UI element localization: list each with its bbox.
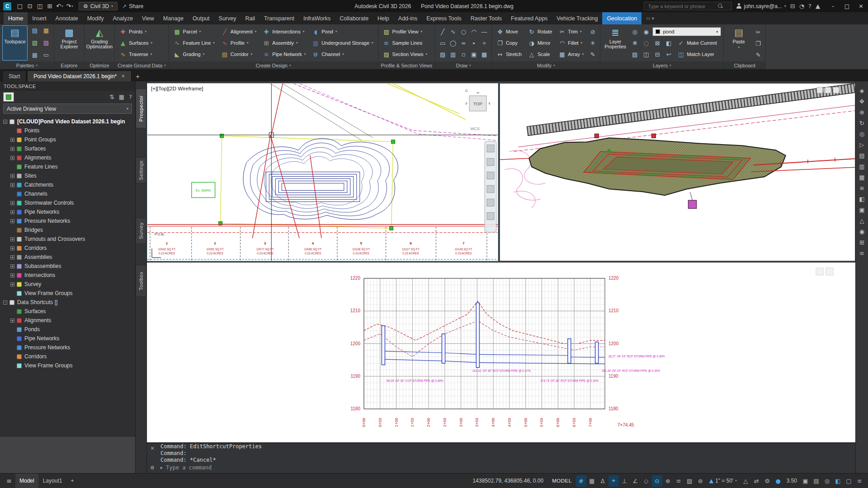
plan-viewport[interactable]: [+][Top][2D Wireframe]	[147, 83, 498, 261]
floating-toolbar[interactable]	[485, 141, 496, 232]
tree-toggle[interactable]: +	[10, 210, 14, 214]
layer-properties-button[interactable]: ≣Layer Properties	[603, 25, 628, 61]
explode-icon[interactable]: ✳	[588, 38, 598, 48]
content-browser-icon[interactable]: ▨	[41, 37, 52, 48]
toolspace-tab-toolbox[interactable]: Toolbox	[136, 265, 146, 297]
object-snap-toggle[interactable]: ⊙	[652, 475, 662, 487]
layer-lock-icon[interactable]: ⊠	[652, 38, 662, 48]
application-menu-button[interactable]: C	[0, 0, 14, 12]
road-and-parcels[interactable]: 110042 SQ FT0.23 ACRES210052 SQ FT0.23 A…	[147, 225, 498, 261]
ellipse-icon[interactable]: ◯	[448, 38, 458, 48]
tool-palettes-icon[interactable]: ▦	[41, 25, 52, 36]
pipe-network-button[interactable]: ≋Pipe Network▾	[260, 49, 308, 60]
open-icon[interactable]: ⊡	[25, 1, 34, 11]
grading-optimization-button[interactable]: ◭Grading Optimization	[87, 25, 112, 61]
point-icon[interactable]: ∙	[469, 38, 479, 48]
scale-button[interactable]: △Scale	[526, 49, 554, 60]
ribbon-tab-infraworks[interactable]: InfraWorks	[299, 12, 335, 24]
autoscale-toggle[interactable]: ⇄	[751, 475, 762, 487]
zoom-extents-icon[interactable]: ⊕	[857, 108, 867, 117]
pond-button[interactable]: ◖Pond▾	[310, 26, 375, 37]
app-store-icon[interactable]: ▲	[816, 3, 820, 9]
viewcube[interactable]: ⌂ TOP WCS	[465, 88, 490, 131]
tree-item-intersections[interactable]: +Intersections	[0, 271, 135, 280]
isodraft-toggle[interactable]: ◇	[641, 475, 651, 487]
tree-item-view-frame-groups[interactable]: View Frame Groups	[0, 289, 135, 298]
showmotion-icon[interactable]: ▷	[857, 140, 867, 150]
command-line-palette-icon[interactable]: ▭	[41, 49, 52, 60]
search-input[interactable]	[647, 3, 715, 9]
command-line-window[interactable]: ✕ ⚙ Command: EditShortcutPropertiesComma…	[147, 442, 855, 473]
pond-contours[interactable]	[243, 138, 398, 220]
channel-button[interactable]: ⋓Channel▾	[310, 49, 375, 60]
tree-item-corridors[interactable]: Corridors	[0, 352, 135, 361]
application-status-menu-icon[interactable]: ≡	[3, 477, 15, 484]
tree-item-catchments[interactable]: +Catchments	[0, 180, 135, 189]
model-space-button[interactable]: MODEL	[548, 478, 575, 483]
assembly-button[interactable]: ⊞Assembly▾	[260, 38, 308, 48]
orbit-icon[interactable]: ↻	[857, 118, 867, 128]
selection-cycling-toggle[interactable]: ⊚	[695, 475, 706, 487]
storm-structure[interactable]	[442, 334, 445, 363]
tree-item-data-shortcuts[interactable]: -Data Shortcuts []	[0, 298, 135, 307]
outlet-structure-marker[interactable]	[689, 200, 697, 208]
viewport-control-ghost[interactable]	[816, 268, 823, 275]
viewport-control-ghost[interactable]	[826, 268, 833, 275]
tree-toggle[interactable]: +	[10, 255, 14, 259]
gradient-icon[interactable]: ▥	[448, 49, 458, 60]
layer-off-icon[interactable]: ◌	[641, 38, 651, 48]
panel-label-optimize[interactable]: Optimize	[85, 61, 114, 69]
notifications-icon[interactable]: ◔	[799, 3, 804, 9]
panel-label-explore[interactable]: Explore	[54, 61, 84, 69]
tree-toggle[interactable]: +	[10, 156, 14, 160]
grip-handle[interactable]	[392, 140, 395, 144]
tree-item-surfaces[interactable]: Surfaces	[0, 307, 135, 316]
pipe-invert[interactable]	[443, 361, 478, 363]
ribbon-tab-view[interactable]: View	[137, 12, 159, 24]
file-tab-pond-video-dataset-2026-1-begin[interactable]: Pond Video Dataset 2026.1 begin*✕	[27, 70, 131, 81]
tree-toggle[interactable]: -	[3, 120, 7, 124]
move-button[interactable]: ✥Move	[494, 26, 524, 37]
maximize-button[interactable]: □	[840, 0, 854, 12]
tree-item-assemblies[interactable]: +Assemblies	[0, 253, 135, 262]
corridor-3d[interactable]	[514, 84, 855, 151]
tree-item-view-frame-groups[interactable]: View Frame Groups	[0, 361, 135, 370]
annotation-scale-button[interactable]: ▲1" = 50'▾	[706, 478, 740, 484]
stretch-button[interactable]: ↔Stretch	[494, 49, 524, 60]
underground-storage-button[interactable]: ▥Underground Storage▾	[310, 38, 375, 48]
new-icon[interactable]: □	[15, 1, 24, 11]
intersections-button[interactable]: ✚Intersections▾	[260, 26, 308, 37]
layer-freeze-icon[interactable]: ❄	[630, 38, 640, 48]
copy-clip-icon[interactable]: ❐	[753, 38, 763, 49]
steering-wheel-icon[interactable]: ◎	[857, 129, 867, 139]
layout-tab-model[interactable]: Model	[15, 474, 38, 488]
trim-button[interactable]: ✂Trim▾	[556, 26, 586, 37]
wcs-menu[interactable]: WCS	[470, 127, 480, 131]
pan-icon[interactable]: ✥	[857, 97, 867, 106]
transparency-toggle[interactable]: ▨	[684, 475, 695, 487]
arc-icon[interactable]: ◠	[469, 26, 479, 37]
layer-color-icon[interactable]: ◧	[664, 38, 674, 48]
ribbon-tab-collaborate[interactable]: Collaborate	[335, 12, 373, 24]
nav-tool-14-icon[interactable]: ◉	[857, 227, 867, 236]
tree-toggle[interactable]: +	[10, 138, 14, 142]
help-icon[interactable]: ?	[808, 3, 811, 9]
tree-item-survey[interactable]: +Survey	[0, 280, 135, 289]
panel-label-design[interactable]: Create Design▾	[169, 61, 378, 69]
tree-toggle[interactable]: +	[10, 264, 14, 268]
ribbon-tab-featured-apps[interactable]: Featured Apps	[506, 12, 552, 24]
layer-select[interactable]: pond▾	[652, 27, 721, 36]
pipe-crown[interactable]	[569, 357, 597, 357]
plot-icon[interactable]: ⊞	[45, 1, 54, 11]
ribbon-tab-raster-tools[interactable]: Raster Tools	[466, 12, 506, 24]
tree-item-point-groups[interactable]: +Point Groups	[0, 135, 135, 144]
pipe-invert[interactable]	[569, 364, 597, 364]
nav-tool-13-icon[interactable]: △	[857, 216, 867, 225]
boundary-icon[interactable]: ▫	[458, 49, 468, 60]
set-active-drawing-button[interactable]	[3, 92, 14, 102]
tree-toggle[interactable]: +	[10, 282, 14, 286]
nav-tool-16-icon[interactable]: ≡	[857, 249, 867, 258]
layer-isolate-icon[interactable]: ◎	[630, 26, 640, 37]
make-current-button[interactable]: ✓Make Current	[675, 38, 719, 48]
toolspace-view-selector[interactable]: Active Drawing View ▾	[3, 103, 132, 114]
